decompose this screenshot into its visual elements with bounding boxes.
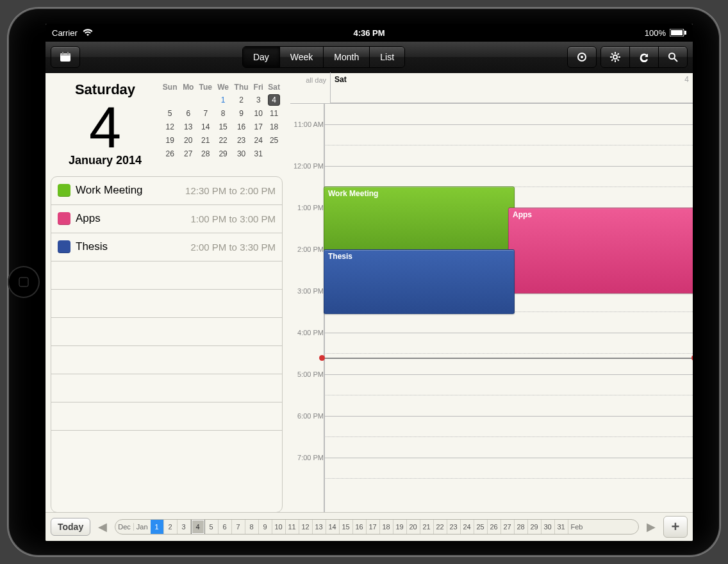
mini-day-1[interactable]: 1 <box>215 93 231 106</box>
today-button[interactable]: Today <box>51 518 90 536</box>
mini-day-26[interactable]: 26 <box>160 147 180 160</box>
mini-day-27[interactable]: 27 <box>180 147 196 160</box>
mini-day-10[interactable]: 10 <box>251 106 265 120</box>
timeline-event[interactable]: Work Meeting <box>324 187 515 252</box>
strip-day-2[interactable]: 2 <box>164 520 178 534</box>
strip-day-23[interactable]: 23 <box>447 520 461 534</box>
strip-month-prev[interactable]: Dec <box>115 523 133 531</box>
view-week[interactable]: Week <box>280 47 324 67</box>
mini-day-14[interactable]: 14 <box>196 120 215 133</box>
strip-day-20[interactable]: 20 <box>407 520 420 534</box>
mini-day-9[interactable]: 9 <box>231 106 251 120</box>
add-event-button[interactable]: + <box>663 516 688 538</box>
strip-day-7[interactable]: 7 <box>232 520 245 534</box>
svg-point-9 <box>613 55 617 59</box>
strip-day-18[interactable]: 18 <box>380 520 393 534</box>
mini-day-7[interactable]: 7 <box>196 106 215 120</box>
strip-day-14[interactable]: 14 <box>326 520 340 534</box>
event-row[interactable]: Work Meeting12:30 PM to 2:00 PM <box>51 177 282 205</box>
strip-day-10[interactable]: 10 <box>272 520 286 534</box>
strip-day-27[interactable]: 27 <box>501 520 515 534</box>
strip-day-12[interactable]: 12 <box>299 520 313 534</box>
mini-day-29[interactable]: 29 <box>215 147 231 160</box>
day-view[interactable]: all day Sat 4 Work MeetingAppsThesis11:0… <box>288 72 693 513</box>
hour-label: 7:00 PM <box>288 454 327 461</box>
timeline-event[interactable]: Thesis <box>324 249 515 315</box>
mini-day-18[interactable]: 18 <box>265 120 283 133</box>
mini-day-11[interactable]: 11 <box>265 106 283 120</box>
event-title: Work Meeting <box>76 184 185 197</box>
strip-day-17[interactable]: 17 <box>367 520 380 534</box>
strip-day-8[interactable]: 8 <box>245 520 259 534</box>
mini-day-25[interactable]: 25 <box>265 133 283 147</box>
strip-day-29[interactable]: 29 <box>528 520 542 534</box>
view-segmented-control[interactable]: DayWeekMonthList <box>242 46 405 68</box>
strip-month-next[interactable]: Feb <box>568 523 586 531</box>
strip-day-30[interactable]: 30 <box>542 520 555 534</box>
filter-button[interactable] <box>567 46 597 68</box>
strip-day-21[interactable]: 21 <box>420 520 434 534</box>
mini-day-13[interactable]: 13 <box>180 120 196 133</box>
next-arrow[interactable]: ▶ <box>644 520 658 534</box>
mini-day-4[interactable]: 4 <box>265 93 283 106</box>
strip-day-6[interactable]: 6 <box>219 520 232 534</box>
mini-day-2[interactable]: 2 <box>231 93 251 106</box>
mini-day-3[interactable]: 3 <box>251 93 265 106</box>
strip-day-1[interactable]: 1 <box>151 520 164 534</box>
allday-row[interactable]: Sat 4 <box>330 72 693 103</box>
allday-num: 4 <box>684 75 689 100</box>
view-list[interactable]: List <box>370 47 404 67</box>
mini-day-5[interactable]: 5 <box>160 106 180 120</box>
view-day[interactable]: Day <box>243 47 280 67</box>
mini-day-17[interactable]: 17 <box>251 120 265 133</box>
mini-day-6[interactable]: 6 <box>180 106 196 120</box>
event-row[interactable]: Thesis2:00 PM to 3:30 PM <box>51 233 282 261</box>
strip-day-9[interactable]: 9 <box>259 520 272 534</box>
mini-day-8[interactable]: 8 <box>215 106 231 120</box>
strip-day-22[interactable]: 22 <box>434 520 447 534</box>
strip-day-28[interactable]: 28 <box>515 520 528 534</box>
mini-day-22[interactable]: 22 <box>215 133 231 147</box>
date-strip[interactable]: DecJan1234567891011121314151617181920212… <box>115 519 639 535</box>
strip-day-4[interactable]: 4 <box>191 519 205 535</box>
mini-day-12[interactable]: 12 <box>160 120 180 133</box>
hour-label: 4:00 PM <box>288 329 327 336</box>
mini-day-31[interactable]: 31 <box>251 147 265 160</box>
mini-day-16[interactable]: 16 <box>231 120 251 133</box>
view-month[interactable]: Month <box>324 47 370 67</box>
refresh-button[interactable] <box>630 47 659 67</box>
mini-day-28[interactable]: 28 <box>196 147 215 160</box>
mini-day-30[interactable]: 30 <box>231 147 251 160</box>
event-row-empty <box>51 290 282 318</box>
strip-day-31[interactable]: 31 <box>555 520 568 534</box>
mini-day-23[interactable]: 23 <box>231 133 251 147</box>
event-title: Apps <box>76 212 190 225</box>
search-button[interactable] <box>659 47 687 67</box>
mini-day-15[interactable]: 15 <box>215 120 231 133</box>
home-button[interactable] <box>8 266 40 298</box>
strip-day-5[interactable]: 5 <box>205 520 219 534</box>
strip-month[interactable]: Jan <box>133 523 151 531</box>
now-indicator <box>324 358 693 359</box>
mini-day-21[interactable]: 21 <box>196 133 215 147</box>
mini-day-19[interactable]: 19 <box>160 133 180 147</box>
strip-day-13[interactable]: 13 <box>313 520 326 534</box>
strip-day-11[interactable]: 11 <box>286 520 299 534</box>
mini-calendar[interactable]: SunMoTueWeThuFriSat123456789101112131415… <box>160 81 283 167</box>
calendars-button[interactable] <box>51 46 80 68</box>
strip-day-16[interactable]: 16 <box>353 520 367 534</box>
strip-day-19[interactable]: 19 <box>393 520 407 534</box>
settings-button[interactable] <box>601 47 630 67</box>
strip-day-24[interactable]: 24 <box>461 520 474 534</box>
prev-arrow[interactable]: ◀ <box>95 520 110 534</box>
timeline-event[interactable]: Apps <box>508 208 693 294</box>
hour-label: 11:00 AM <box>288 120 327 128</box>
hour-label: 2:00 PM <box>288 245 327 253</box>
event-row[interactable]: Apps1:00 PM to 3:00 PM <box>51 205 282 233</box>
mini-day-24[interactable]: 24 <box>251 133 265 147</box>
mini-day-20[interactable]: 20 <box>180 133 196 147</box>
strip-day-15[interactable]: 15 <box>340 520 353 534</box>
strip-day-3[interactable]: 3 <box>178 520 191 534</box>
strip-day-25[interactable]: 25 <box>474 520 488 534</box>
strip-day-26[interactable]: 26 <box>488 520 501 534</box>
